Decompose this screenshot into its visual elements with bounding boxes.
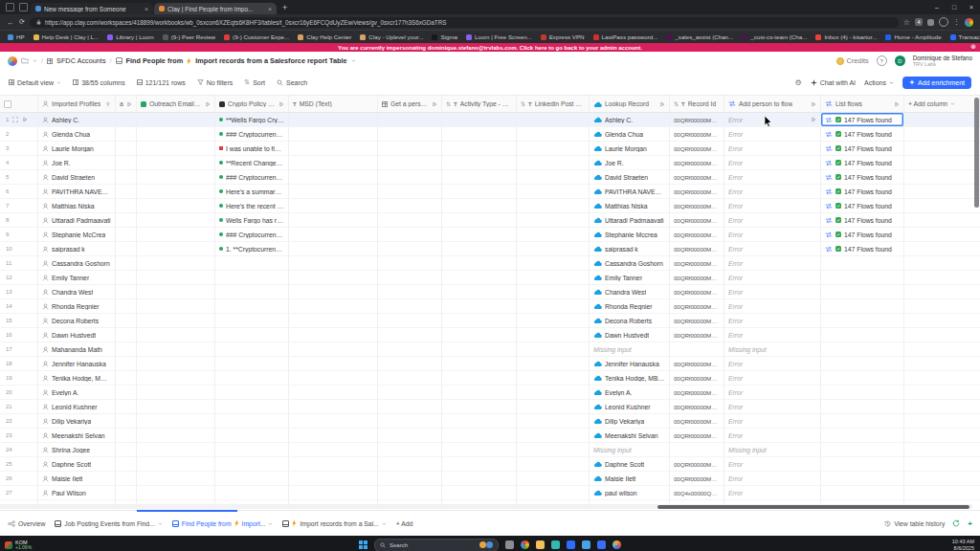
maximize-button[interactable]: □: [946, 0, 963, 14]
cell-activity-type[interactable]: [442, 371, 517, 385]
cell-outreach-email-draft[interactable]: [137, 127, 215, 141]
cell-crypto-policy-updates[interactable]: [215, 328, 289, 342]
cell-imported-profiles[interactable]: Dawn Hustvedt: [38, 328, 116, 342]
cell-linkedin-post-text[interactable]: [517, 185, 590, 198]
cell-outreach-email-draft[interactable]: [137, 429, 215, 442]
cell-linkedin-post-text[interactable]: [517, 299, 590, 313]
cell-crypto-policy-updates[interactable]: [215, 443, 289, 456]
cell-linkedin-post-text[interactable]: [517, 213, 590, 227]
cell-record-id[interactable]: 00QRf00000MKxgAMAT: [670, 185, 724, 198]
cell-imported-profiles[interactable]: Emily Tanner: [38, 271, 116, 284]
cell-msd-text[interactable]: [289, 400, 378, 413]
cell-get-profile[interactable]: [378, 457, 442, 471]
cell-linkedin-post-text[interactable]: [517, 457, 590, 471]
column-header-num[interactable]: [0, 96, 38, 112]
row-number-cell[interactable]: 12: [0, 271, 38, 284]
cell-lookup-record[interactable]: Ashley C.: [590, 113, 670, 126]
cell-add-person-to-flow[interactable]: Missing input: [724, 342, 821, 356]
cell-outreach-email-draft[interactable]: [137, 271, 215, 284]
cell-activity-type[interactable]: [442, 242, 517, 255]
settings-gear-icon[interactable]: ⚙: [794, 78, 801, 87]
cell-lookup-record[interactable]: Daphne Scott: [590, 457, 670, 471]
cell-msd-text[interactable]: [289, 371, 378, 385]
cell-lookup-record[interactable]: Uttaradi Padmaavati: [590, 213, 670, 227]
row-number-cell[interactable]: 17: [0, 342, 38, 356]
cell-record-id[interactable]: 00QRf00000MKYwwMAH: [670, 242, 724, 255]
cell-imported-profiles[interactable]: Uttaradi Padmaavati: [38, 213, 116, 227]
cell-trunc[interactable]: [116, 414, 137, 428]
taskbar-app-icon[interactable]: [505, 540, 514, 549]
cell-get-profile[interactable]: [378, 314, 442, 327]
cell-list-flows[interactable]: [821, 314, 904, 327]
cell-outreach-email-draft[interactable]: [137, 156, 215, 169]
cell-outreach-email-draft[interactable]: [137, 113, 215, 126]
run-column-icon[interactable]: [811, 117, 816, 122]
cell-activity-type[interactable]: [442, 472, 517, 485]
cell-record-id[interactable]: 00QRf00000MKeKoMAL: [670, 142, 724, 155]
cell-activity-type[interactable]: [442, 285, 517, 298]
cell-msd-text[interactable]: [289, 342, 378, 356]
cell-list-flows[interactable]: 147 Flows found: [821, 127, 904, 141]
bookmark-item[interactable]: HP: [8, 33, 25, 40]
row-number-cell[interactable]: 2: [0, 127, 38, 141]
cell-get-profile[interactable]: [378, 386, 442, 399]
cell-msd-text[interactable]: [289, 242, 378, 255]
cell-add-person-to-flow[interactable]: Error: [724, 113, 821, 126]
cell-linkedin-post-text[interactable]: [517, 242, 590, 255]
cell-add-person-to-flow[interactable]: Error: [724, 127, 821, 141]
cell-get-profile[interactable]: [378, 185, 442, 198]
download-icon[interactable]: +: [968, 519, 972, 528]
column-header-lookup[interactable]: Lookup Record: [590, 96, 670, 112]
cell-add-person-to-flow[interactable]: Error: [724, 400, 821, 413]
cell-msd-text[interactable]: [289, 443, 378, 456]
add-tab[interactable]: + Add: [396, 520, 413, 527]
reload-icon[interactable]: ⟳: [19, 18, 25, 26]
cell-activity-type[interactable]: [442, 213, 517, 227]
column-header-linkedin[interactable]: ⇅TLinkedin Post Text: [517, 96, 590, 112]
row-number-cell[interactable]: 23: [0, 429, 38, 442]
cell-msd-text[interactable]: [289, 156, 378, 169]
cell-outreach-email-draft[interactable]: [137, 185, 215, 198]
row-number-cell[interactable]: 15: [0, 314, 38, 327]
bookmark-item[interactable]: LastPass password...: [593, 33, 658, 40]
bookmark-item[interactable]: Inbox (4) - kisartur...: [815, 33, 877, 40]
pin-icon[interactable]: [105, 101, 111, 107]
cell-get-profile[interactable]: [378, 199, 442, 212]
cell-outreach-email-draft[interactable]: [137, 486, 215, 499]
cell-lookup-record[interactable]: Evelyn A.: [590, 386, 670, 399]
cell-imported-profiles[interactable]: Chandra West: [38, 285, 116, 298]
cell-record-id[interactable]: 00QRf00000MKijNMAT: [670, 472, 724, 485]
cell-record-id[interactable]: 00QRf00000MKghdMAD: [670, 170, 724, 184]
cell-msd-text[interactable]: [289, 314, 378, 327]
cell-msd-text[interactable]: [289, 285, 378, 298]
cell-list-flows[interactable]: [821, 371, 904, 385]
cell-trunc[interactable]: [116, 142, 137, 155]
cell-add-person-to-flow[interactable]: Error: [724, 199, 821, 212]
cell-record-id[interactable]: [670, 342, 724, 356]
taskbar-search-box[interactable]: Search: [374, 539, 499, 551]
bookmark-item[interactable]: Clay - Uplevel your...: [360, 33, 423, 40]
cell-list-flows[interactable]: [821, 342, 904, 356]
tab-job-posting-events[interactable]: Job Posting Events from Find...: [55, 520, 162, 527]
cell-trunc[interactable]: [116, 285, 137, 298]
run-column-icon[interactable]: [811, 101, 816, 107]
cell-crypto-policy-updates[interactable]: [215, 486, 289, 499]
vertical-scrollbar-thumb[interactable]: [974, 98, 979, 208]
cell-crypto-policy-updates[interactable]: **Recent Changes to Cry...: [215, 156, 289, 169]
cell-imported-profiles[interactable]: Joe R.: [38, 156, 116, 169]
cell-crypto-policy-updates[interactable]: [215, 314, 289, 327]
cell-linkedin-post-text[interactable]: [517, 156, 590, 169]
cell-add-person-to-flow[interactable]: Error: [724, 213, 821, 227]
row-number-cell[interactable]: 6: [0, 185, 38, 198]
cell-msd-text[interactable]: [289, 271, 378, 284]
cell-record-id[interactable]: 00QRf00000MKr0EMAT: [670, 414, 724, 428]
cell-outreach-email-draft[interactable]: [137, 357, 215, 370]
cell-add-person-to-flow[interactable]: Error: [724, 486, 821, 499]
bookmark-item[interactable]: _cust-cs-team (Cha...: [742, 33, 807, 40]
cell-outreach-email-draft[interactable]: [137, 472, 215, 485]
cell-linkedin-post-text[interactable]: [517, 386, 590, 399]
stock-widget[interactable]: KOM +1.06%: [5, 540, 32, 550]
cell-list-flows[interactable]: [821, 486, 904, 499]
toolbar-search[interactable]: Search: [277, 79, 307, 86]
row-number-cell[interactable]: 27: [0, 486, 38, 499]
